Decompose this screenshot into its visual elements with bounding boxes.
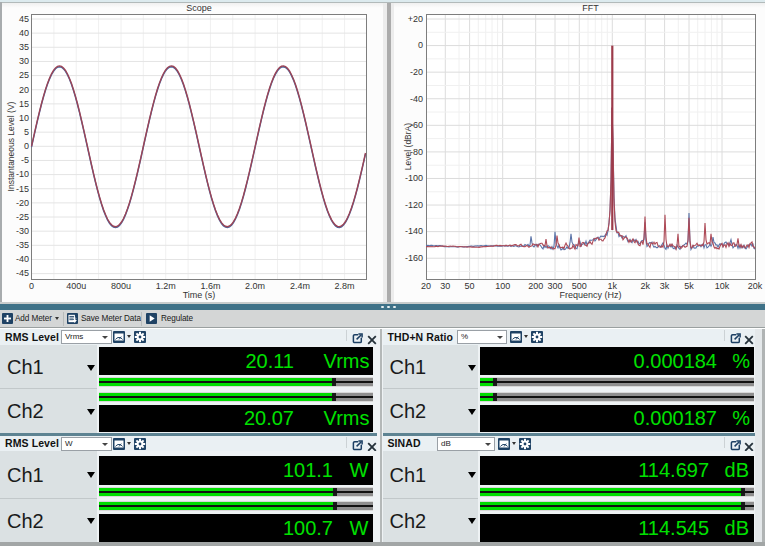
svg-text:-35: -35 xyxy=(16,240,29,250)
svg-text:-120: -120 xyxy=(405,200,423,210)
svg-text:1k: 1k xyxy=(608,281,618,291)
svg-text:Scope: Scope xyxy=(186,3,212,13)
svg-text:FFT: FFT xyxy=(582,3,599,13)
svg-text:-100: -100 xyxy=(405,173,423,183)
svg-text:0: 0 xyxy=(418,40,423,50)
svg-text:1.6m: 1.6m xyxy=(200,281,220,291)
svg-text:400u: 400u xyxy=(66,281,86,291)
svg-text:10: 10 xyxy=(19,113,29,123)
svg-text:Instantaneous Level (V): Instantaneous Level (V) xyxy=(6,101,16,191)
svg-text:500: 500 xyxy=(572,281,587,291)
svg-text:50: 50 xyxy=(465,281,475,291)
svg-text:10k: 10k xyxy=(715,281,730,291)
svg-text:35: 35 xyxy=(19,42,29,52)
svg-text:2.8m: 2.8m xyxy=(335,281,355,291)
svg-text:-45: -45 xyxy=(16,268,29,278)
svg-text:3k: 3k xyxy=(660,281,670,291)
svg-text:-40: -40 xyxy=(16,254,29,264)
svg-text:30: 30 xyxy=(440,281,450,291)
svg-text:-30: -30 xyxy=(16,226,29,236)
svg-text:30: 30 xyxy=(19,56,29,66)
svg-text:200: 200 xyxy=(528,281,543,291)
svg-text:300: 300 xyxy=(547,281,562,291)
svg-text:45: 45 xyxy=(19,14,29,24)
svg-text:1.2m: 1.2m xyxy=(156,281,176,291)
svg-text:-15: -15 xyxy=(16,184,29,194)
svg-text:-40: -40 xyxy=(410,94,423,104)
svg-text:5k: 5k xyxy=(684,281,694,291)
svg-text:+20: +20 xyxy=(408,14,423,24)
svg-text:100: 100 xyxy=(495,281,510,291)
svg-text:15: 15 xyxy=(19,99,29,109)
svg-text:2k: 2k xyxy=(641,281,651,291)
svg-text:2.4m: 2.4m xyxy=(290,281,310,291)
svg-text:40: 40 xyxy=(19,28,29,38)
svg-text:25: 25 xyxy=(19,70,29,80)
svg-text:Frequency (Hz): Frequency (Hz) xyxy=(559,290,621,300)
svg-text:-20: -20 xyxy=(410,67,423,77)
svg-text:0: 0 xyxy=(24,141,29,151)
svg-text:800u: 800u xyxy=(111,281,131,291)
svg-text:-10: -10 xyxy=(16,169,29,179)
svg-text:20: 20 xyxy=(421,281,431,291)
svg-text:20k: 20k xyxy=(748,281,763,291)
svg-text:5: 5 xyxy=(24,127,29,137)
svg-text:0: 0 xyxy=(29,281,34,291)
svg-text:20: 20 xyxy=(19,85,29,95)
svg-text:-160: -160 xyxy=(405,253,423,263)
svg-text:-140: -140 xyxy=(405,226,423,236)
svg-text:2.0m: 2.0m xyxy=(245,281,265,291)
svg-text:-25: -25 xyxy=(16,212,29,222)
svg-text:-20: -20 xyxy=(16,198,29,208)
svg-text:Level (dBrA): Level (dBrA) xyxy=(403,123,413,170)
svg-text:Time (s): Time (s) xyxy=(183,290,216,300)
svg-text:-5: -5 xyxy=(21,155,29,165)
